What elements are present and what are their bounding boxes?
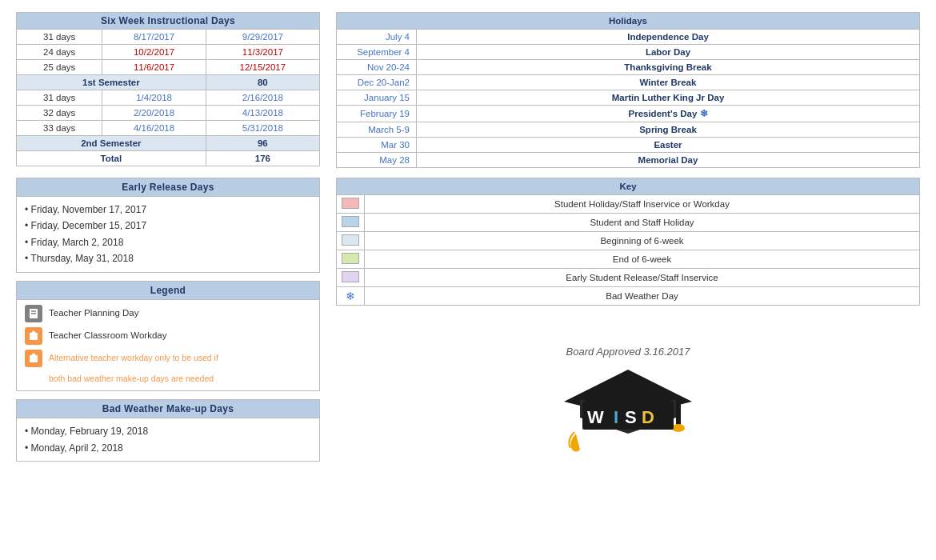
six-week-title: Six Week Instructional Days: [17, 13, 320, 30]
key-row: End of 6-week: [337, 250, 920, 269]
legend-content: Teacher Planning DayTeacher Classroom Wo…: [17, 300, 319, 391]
early-release-item: Friday, December 15, 2017: [25, 218, 311, 234]
legend-row: Teacher Classroom Workday: [25, 327, 311, 345]
key-row: Beginning of 6-week: [337, 232, 920, 250]
key-label: Student Holiday/Staff Inservice or Workd…: [365, 195, 920, 214]
key-row: Student and Staff Holiday: [337, 214, 920, 232]
svg-text:W: W: [587, 407, 604, 427]
svg-text:S: S: [625, 407, 637, 427]
svg-rect-3: [30, 333, 38, 340]
key-title: Key: [337, 178, 920, 195]
bad-weather-item: Monday, April 2, 2018: [25, 440, 311, 456]
left-middle: Early Release Days Friday, November 17, …: [16, 178, 320, 470]
page: Six Week Instructional Days 31 days8/17/…: [0, 0, 936, 560]
legend-row: Teacher Planning Day: [25, 305, 311, 322]
legend-label: Teacher Classroom Workday: [49, 328, 166, 344]
svg-rect-8: [676, 402, 681, 426]
holidays-title: Holidays: [337, 13, 920, 30]
color-swatch: [342, 198, 359, 209]
right-bottom: Board Approved 3.16.2017 W: [336, 306, 920, 454]
right-middle: Key Student Holiday/Staff Inservice or W…: [336, 178, 920, 470]
six-week-section: Six Week Instructional Days 31 days8/17/…: [16, 12, 320, 168]
bad-weather-title: Bad Weather Make-up Days: [17, 400, 319, 418]
key-label: Beginning of 6-week: [365, 232, 920, 250]
wisd-logo: W I S D: [552, 366, 704, 454]
svg-marker-6: [31, 353, 36, 355]
key-label: End of 6-week: [365, 250, 920, 269]
key-label: Bad Weather Day: [365, 287, 920, 306]
holidays-section: Holidays July 4Independence DaySeptember…: [336, 12, 920, 168]
early-release-item: Thursday, May 31, 2018: [25, 250, 311, 266]
key-row: Student Holiday/Staff Inservice or Workd…: [337, 195, 920, 214]
key-label: Student and Staff Holiday: [365, 214, 920, 232]
color-swatch: [342, 253, 359, 264]
workday-icon: [25, 327, 42, 345]
legend-sub-label: both bad weather make-up days are needed: [49, 372, 311, 386]
key-table: Key Student Holiday/Staff Inservice or W…: [336, 178, 920, 306]
color-swatch: [342, 216, 359, 227]
color-swatch: [342, 271, 359, 282]
key-row: ❄Bad Weather Day: [337, 287, 920, 306]
svg-text:I: I: [614, 407, 618, 427]
early-release-item: Friday, March 2, 2018: [25, 234, 311, 250]
legend-title: Legend: [17, 282, 319, 300]
bad-weather-item: Monday, February 19, 2018: [25, 423, 311, 439]
early-release-item: Friday, November 17, 2017: [25, 202, 311, 218]
legend-row: Alternative teacher workday only to be u…: [25, 350, 311, 367]
workday-icon: [25, 350, 42, 367]
middle-section: Early Release Days Friday, November 17, …: [16, 178, 920, 470]
bad-weather-content: Monday, February 19, 2018Monday, April 2…: [17, 418, 319, 461]
svg-marker-4: [31, 330, 36, 333]
color-swatch: [342, 234, 359, 246]
svg-rect-5: [30, 355, 38, 362]
key-label: Early Student Release/Staff Inservice: [365, 269, 920, 287]
legend-label: Alternative teacher workday only to be u…: [49, 351, 218, 366]
top-section: Six Week Instructional Days 31 days8/17/…: [16, 12, 920, 168]
wisd-logo-area: W I S D: [552, 366, 704, 454]
legend-label: Teacher Planning Day: [49, 306, 139, 322]
legend-box: Legend Teacher Planning DayTeacher Class…: [16, 281, 320, 392]
holidays-table: Holidays July 4Independence DaySeptember…: [336, 12, 920, 168]
six-week-table: Six Week Instructional Days 31 days8/17/…: [16, 12, 320, 166]
board-approved: Board Approved 3.16.2017: [566, 338, 690, 358]
svg-point-9: [672, 424, 685, 432]
early-release-box: Early Release Days Friday, November 17, …: [16, 178, 320, 273]
svg-text:D: D: [642, 407, 654, 427]
planning-icon: [25, 305, 42, 322]
key-row: Early Student Release/Staff Inservice: [337, 269, 920, 287]
bad-weather-box: Bad Weather Make-up Days Monday, Februar…: [16, 399, 320, 462]
early-release-content: Friday, November 17, 2017Friday, Decembe…: [17, 197, 319, 272]
early-release-title: Early Release Days: [17, 178, 319, 197]
